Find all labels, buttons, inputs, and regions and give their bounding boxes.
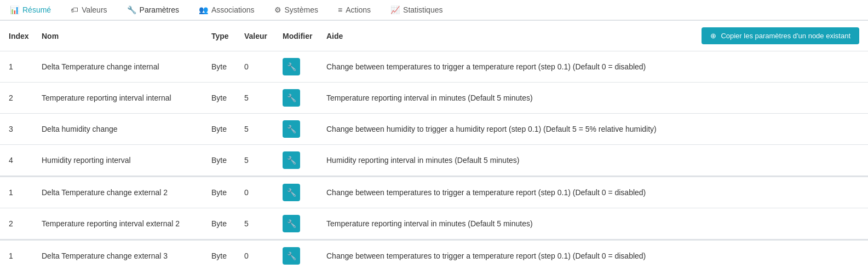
cell-modifier: 🔧 <box>283 89 326 107</box>
cell-aide: Change between temperatures to trigger a… <box>326 62 859 71</box>
copy-icon: ⊕ <box>710 32 716 40</box>
modifier-button[interactable]: 🔧 <box>283 184 300 201</box>
modifier-button[interactable]: 🔧 <box>283 58 300 75</box>
wrench-icon: 🔧 <box>287 219 296 228</box>
tab-actions-label: Actions <box>346 5 371 14</box>
cell-modifier: 🔧 <box>283 151 326 169</box>
tab-resume-label: Résumé <box>22 5 51 14</box>
cell-index: 4 <box>9 156 42 165</box>
tab-statistiques[interactable]: 📈 Statistiques <box>381 0 452 21</box>
cell-index: 1 <box>9 62 42 71</box>
tab-associations[interactable]: 👥 Associations <box>189 0 265 21</box>
cell-aide: Temperature reporting interval in minute… <box>326 93 859 102</box>
col-header-modifier: Modifier <box>283 32 326 40</box>
cell-modifier: 🔧 <box>283 184 326 201</box>
tab-valeurs-label: Valeurs <box>82 5 107 14</box>
col-header-aide: Aide <box>326 32 702 40</box>
cell-modifier: 🔧 <box>283 247 326 265</box>
tab-parametres[interactable]: 🔧 Paramètres <box>117 0 189 21</box>
cell-aide: Change between temperatures to trigger a… <box>326 251 859 260</box>
cell-index: 3 <box>9 125 42 133</box>
table-row: 2 Temperature reporting interval externa… <box>0 208 868 239</box>
col-header-type: Type <box>211 32 244 40</box>
cell-aide: Change between humidity to trigger a hum… <box>326 125 859 133</box>
modifier-button[interactable]: 🔧 <box>283 247 300 265</box>
cell-nom: Delta Temperature change internal <box>42 62 211 71</box>
wrench-icon: 🔧 <box>287 156 296 165</box>
tab-actions[interactable]: ≡ Actions <box>328 0 381 21</box>
cell-nom: Humidity reporting interval <box>42 156 211 165</box>
table-row: 1 Delta Temperature change internal Byte… <box>0 51 868 83</box>
cell-type: Byte <box>211 62 244 71</box>
tab-systemes-label: Systèmes <box>285 5 318 14</box>
cell-modifier: 🔧 <box>283 58 326 75</box>
cell-nom: Delta humidity change <box>42 125 211 133</box>
tab-valeurs[interactable]: 🏷 Valeurs <box>61 0 117 21</box>
tab-associations-label: Associations <box>211 5 255 14</box>
cell-nom: Delta Temperature change external 3 <box>42 251 211 260</box>
cell-index: 1 <box>9 251 42 260</box>
table-row: 1 Delta Temperature change external 3 By… <box>0 239 868 271</box>
cell-nom: Delta Temperature change external 2 <box>42 188 211 197</box>
cell-type: Byte <box>211 219 244 228</box>
tab-bar: 📊 Résumé 🏷 Valeurs 🔧 Paramètres 👥 Associ… <box>0 0 868 21</box>
modifier-button[interactable]: 🔧 <box>283 89 300 107</box>
table-header: Index Nom Type Valeur Modifier Aide ⊕ Co… <box>0 21 868 51</box>
cell-type: Byte <box>211 93 244 102</box>
col-header-nom: Nom <box>42 32 211 40</box>
table-row: 1 Delta Temperature change external 2 By… <box>0 176 868 208</box>
cell-index: 1 <box>9 188 42 197</box>
actions-icon: ≡ <box>338 5 342 14</box>
table-row: 4 Humidity reporting interval Byte 5 🔧 H… <box>0 145 868 176</box>
cell-aide: Humidity reporting interval in minutes (… <box>326 156 859 165</box>
app-container: 📊 Résumé 🏷 Valeurs 🔧 Paramètres 👥 Associ… <box>0 0 868 271</box>
table-body: 1 Delta Temperature change internal Byte… <box>0 51 868 271</box>
cell-index: 2 <box>9 219 42 228</box>
systemes-icon: ⚙ <box>274 5 281 14</box>
cell-type: Byte <box>211 125 244 133</box>
cell-nom: Temperature reporting interval internal <box>42 93 211 102</box>
cell-valeur: 5 <box>244 93 283 102</box>
tab-parametres-label: Paramètres <box>140 5 179 14</box>
cell-aide: Change between temperatures to trigger a… <box>326 188 859 197</box>
table-row: 2 Temperature reporting interval interna… <box>0 83 868 114</box>
valeurs-icon: 🏷 <box>71 5 78 14</box>
col-header-valeur: Valeur <box>244 32 283 40</box>
cell-valeur: 5 <box>244 156 283 165</box>
wrench-icon: 🔧 <box>287 188 296 197</box>
cell-valeur: 0 <box>244 62 283 71</box>
associations-icon: 👥 <box>199 5 208 14</box>
modifier-button[interactable]: 🔧 <box>283 120 300 138</box>
column-headers: Index Nom Type Valeur Modifier Aide <box>9 32 702 40</box>
cell-valeur: 5 <box>244 125 283 133</box>
cell-valeur: 5 <box>244 219 283 228</box>
tab-statistiques-label: Statistiques <box>403 5 442 14</box>
wrench-icon: 🔧 <box>287 62 296 71</box>
table-container: Index Nom Type Valeur Modifier Aide ⊕ Co… <box>0 21 868 271</box>
cell-index: 2 <box>9 93 42 102</box>
resume-icon: 📊 <box>10 5 19 14</box>
wrench-icon: 🔧 <box>287 93 296 102</box>
parametres-icon: 🔧 <box>127 5 136 14</box>
statistiques-icon: 📈 <box>390 5 400 14</box>
wrench-icon: 🔧 <box>287 125 296 133</box>
modifier-button[interactable]: 🔧 <box>283 151 300 169</box>
cell-modifier: 🔧 <box>283 215 326 232</box>
table-row: 3 Delta humidity change Byte 5 🔧 Change … <box>0 114 868 145</box>
cell-valeur: 0 <box>244 251 283 260</box>
tab-resume[interactable]: 📊 Résumé <box>0 0 61 21</box>
tab-systemes[interactable]: ⚙ Systèmes <box>265 0 328 21</box>
cell-type: Byte <box>211 251 244 260</box>
cell-modifier: 🔧 <box>283 120 326 138</box>
cell-aide: Temperature reporting interval in minute… <box>326 219 859 228</box>
modifier-button[interactable]: 🔧 <box>283 215 300 232</box>
cell-valeur: 0 <box>244 188 283 197</box>
cell-nom: Temperature reporting interval external … <box>42 219 211 228</box>
cell-type: Byte <box>211 188 244 197</box>
cell-type: Byte <box>211 156 244 165</box>
copy-params-button[interactable]: ⊕ Copier les paramètres d'un node exista… <box>702 27 859 44</box>
col-header-index: Index <box>9 32 42 40</box>
wrench-icon: 🔧 <box>287 251 296 260</box>
copy-button-label: Copier les paramètres d'un node existant <box>721 32 850 40</box>
